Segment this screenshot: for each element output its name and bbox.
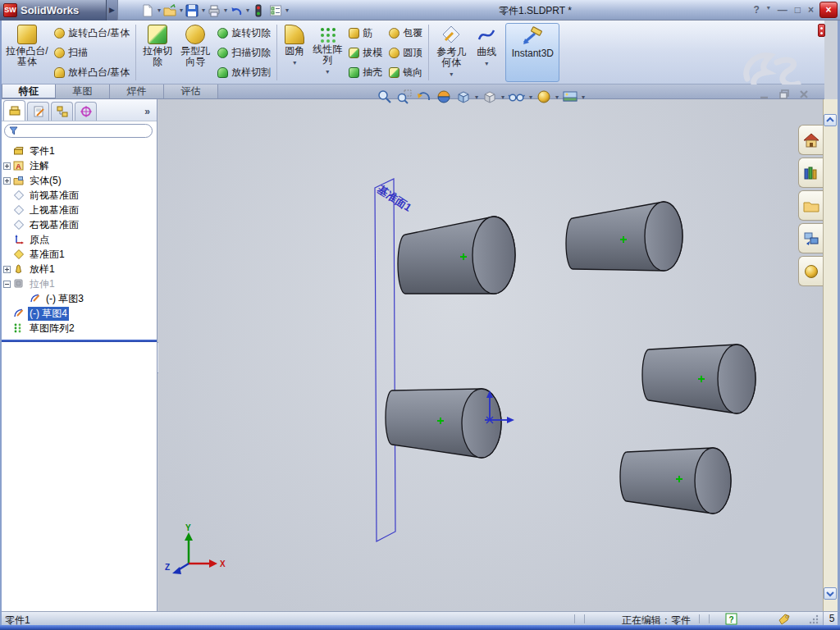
close-app-button[interactable]: × xyxy=(819,2,838,18)
tab-weldments[interactable]: 焊件 xyxy=(110,84,164,98)
extrude-cut-button[interactable]: 拉伸切除 xyxy=(139,23,176,82)
display-style-button[interactable] xyxy=(481,88,499,106)
expand-plus[interactable] xyxy=(3,162,11,170)
property-manager-tab[interactable] xyxy=(27,102,49,121)
curves-button[interactable]: 曲线 ▾ xyxy=(471,23,502,82)
open-dropdown[interactable]: ▾ xyxy=(180,7,183,14)
revolve-cut-button[interactable]: 旋转切除 xyxy=(217,25,271,40)
extrude-boss-button[interactable]: 拉伸凸台/基体 xyxy=(3,23,51,82)
sweep-button[interactable]: 扫描 xyxy=(54,45,130,60)
tree-item-sketch-pattern2[interactable]: 草图阵列2 xyxy=(0,321,157,336)
new-dropdown[interactable]: ▾ xyxy=(158,7,161,14)
doc-close-button[interactable] xyxy=(798,89,810,100)
configuration-manager-tab[interactable] xyxy=(51,102,73,121)
resources-tab[interactable] xyxy=(798,125,823,155)
maximize-button[interactable]: □ xyxy=(795,4,801,16)
tab-features[interactable]: 特征 xyxy=(2,84,56,98)
dimxpert-manager-tab[interactable] xyxy=(75,102,97,121)
view-orientation-button[interactable] xyxy=(454,88,472,106)
options-button[interactable] xyxy=(267,3,284,18)
tree-item-sketch3[interactable]: (-) 草图3 xyxy=(0,291,157,306)
mirror-button[interactable]: 镜向 xyxy=(389,65,422,80)
tab-evaluate[interactable]: 评估 xyxy=(164,84,218,98)
linear-pattern-dropdown[interactable]: ▾ xyxy=(326,66,329,77)
ribbon-overflow-button[interactable] xyxy=(818,24,825,37)
cone-body-1[interactable] xyxy=(398,217,515,294)
filter-input[interactable] xyxy=(21,126,148,136)
tree-item-loft1[interactable]: 放样1 xyxy=(0,262,157,276)
loft-cut-button[interactable]: 放样切割 xyxy=(217,65,271,80)
plane-label[interactable]: 基准面1 xyxy=(375,183,413,214)
tab-sketch[interactable]: 草图 xyxy=(56,84,110,98)
expand-plus[interactable] xyxy=(3,266,11,273)
fillet-button[interactable]: 圆角 ▾ xyxy=(280,23,309,82)
save-button[interactable] xyxy=(184,3,200,18)
rib-button[interactable]: 筋 xyxy=(349,25,382,40)
instant3d-button[interactable]: Instant3D xyxy=(505,23,559,82)
tree-item-front-plane[interactable]: 前视基准面 xyxy=(0,188,157,203)
fillet-dropdown[interactable]: ▾ xyxy=(293,57,296,68)
view-palette-tab[interactable] xyxy=(798,223,823,253)
design-library-tab[interactable] xyxy=(798,158,823,188)
collapse-minus[interactable] xyxy=(3,281,11,288)
save-dropdown[interactable]: ▾ xyxy=(202,7,205,14)
apply-scene-button[interactable] xyxy=(561,88,579,106)
wrap-button[interactable]: 包覆 xyxy=(389,25,422,40)
loft-boss-button[interactable]: 放样凸台/基体 xyxy=(54,65,130,80)
view-orientation-dropdown[interactable]: ▾ xyxy=(475,94,478,101)
apply-scene-dropdown[interactable]: ▾ xyxy=(582,94,585,101)
file-explorer-tab[interactable] xyxy=(798,190,823,221)
edit-appearance-button[interactable] xyxy=(535,88,553,106)
options-dropdown[interactable]: ▾ xyxy=(285,7,289,14)
cone-body-3[interactable] xyxy=(386,389,501,458)
edit-appearance-dropdown[interactable]: ▾ xyxy=(555,94,559,101)
new-document-button[interactable] xyxy=(139,3,156,18)
undo-button[interactable] xyxy=(228,3,244,18)
tree-item-annotations[interactable]: A 注解 xyxy=(0,158,157,173)
panel-more-chevron[interactable]: » xyxy=(144,106,155,121)
rebuild-button[interactable] xyxy=(250,3,267,18)
revolve-boss-button[interactable]: 旋转凸台/基体 xyxy=(54,25,130,40)
sweep-cut-button[interactable]: 扫描切除 xyxy=(217,45,271,60)
tree-item-solid-bodies[interactable]: 实体(5) xyxy=(0,173,157,188)
zoom-to-area-button[interactable] xyxy=(395,88,413,106)
shell-button[interactable]: 抽壳 xyxy=(349,65,382,80)
open-document-button[interactable] xyxy=(162,3,178,18)
reference-geometry-dropdown[interactable]: ▾ xyxy=(450,69,453,80)
hole-wizard-button[interactable]: 异型孔向导 xyxy=(176,23,214,82)
tree-item-right-plane[interactable]: 右视基准面 xyxy=(0,217,157,232)
task-pane-expand-button[interactable] xyxy=(824,114,837,126)
close-button[interactable]: × xyxy=(808,4,814,16)
cone-body-5[interactable] xyxy=(620,448,731,514)
menu-expand-arrow[interactable]: ▶ xyxy=(107,0,118,21)
print-dropdown[interactable]: ▾ xyxy=(224,7,227,14)
section-view-button[interactable] xyxy=(435,88,453,106)
curves-dropdown[interactable]: ▾ xyxy=(485,58,488,69)
reference-plane-outline[interactable] xyxy=(375,179,395,541)
task-pane-collapse-button[interactable] xyxy=(824,587,837,600)
draft-button[interactable]: 拔模 xyxy=(349,45,382,60)
help-dropdown[interactable]: ▾ xyxy=(767,4,770,16)
minimize-button[interactable]: — xyxy=(778,4,788,16)
tree-item-part[interactable]: 零件1 xyxy=(0,144,157,158)
zoom-to-fit-button[interactable] xyxy=(376,88,394,106)
tree-item-plane1[interactable]: 基准面1 xyxy=(0,247,157,262)
help-button[interactable]: ? xyxy=(753,4,759,16)
hide-show-dropdown[interactable]: ▾ xyxy=(529,94,532,101)
print-button[interactable] xyxy=(206,3,222,18)
tree-splitter[interactable] xyxy=(0,340,157,342)
feature-manager-tab[interactable] xyxy=(3,100,25,121)
reference-geometry-button[interactable]: 参考几何体 ▾ xyxy=(431,23,471,82)
tree-item-sketch4[interactable]: (-) 草图4 xyxy=(0,306,157,321)
hide-show-items-button[interactable] xyxy=(507,88,527,106)
tree-item-extrude1[interactable]: 拉伸1 xyxy=(0,276,157,291)
appearances-tab[interactable] xyxy=(798,256,823,286)
display-style-dropdown[interactable]: ▾ xyxy=(501,94,504,101)
undo-dropdown[interactable]: ▾ xyxy=(246,7,249,14)
doc-restore-button[interactable] xyxy=(778,89,790,100)
dome-button[interactable]: 圆顶 xyxy=(389,45,422,60)
tree-item-origin[interactable]: 原点 xyxy=(0,232,157,247)
linear-pattern-button[interactable]: 线性阵列 ▾ xyxy=(309,23,345,82)
graphics-viewport[interactable]: 基准面1 xyxy=(158,99,823,611)
expand-plus[interactable] xyxy=(3,177,11,185)
